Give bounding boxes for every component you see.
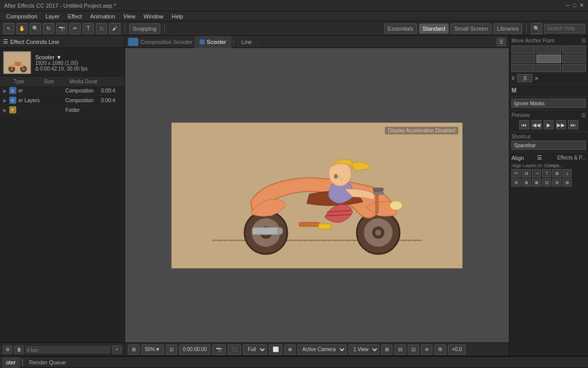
- exposure-btn[interactable]: +0.0: [448, 344, 465, 355]
- tool-paint[interactable]: 🖌: [109, 23, 120, 34]
- search-input[interactable]: [544, 24, 585, 33]
- tool-hand[interactable]: ✋: [16, 23, 28, 34]
- anchor-close-icon[interactable]: ✕: [534, 76, 538, 81]
- snapping-label[interactable]: Snapping: [129, 24, 160, 34]
- small-screen-btn[interactable]: Small Screen: [451, 24, 491, 34]
- tool-camera[interactable]: 📷: [56, 23, 67, 34]
- align-right-btn[interactable]: ⊣: [532, 169, 541, 177]
- new-comp-btn[interactable]: +: [112, 346, 121, 354]
- row3-expand[interactable]: ▶: [3, 107, 9, 113]
- project-row-3[interactable]: ▶ F Folder: [0, 105, 125, 115]
- mask-btn[interactable]: ⊡: [408, 344, 419, 355]
- menu-layer[interactable]: Layer: [41, 11, 64, 21]
- prev-back-btn[interactable]: ◀◀: [531, 120, 542, 129]
- main-toolbar: ↖ ✋ 🔍 ↻ 📷 ✏ T □ 🖌 Snapping Essentials St…: [0, 21, 588, 36]
- standard-btn[interactable]: Standard: [419, 24, 449, 34]
- delete-btn[interactable]: 🗑: [14, 346, 23, 354]
- menu-composition[interactable]: Composition: [2, 11, 41, 21]
- app-title: After Effects CC 2017 - Untitled Project…: [4, 3, 116, 9]
- project-row-1[interactable]: ▶ C er Composition 0:00:4: [0, 86, 125, 96]
- shortcut-input[interactable]: [511, 141, 586, 150]
- dist-hcenter-btn[interactable]: ⊞: [522, 178, 531, 187]
- anchor-point-title: Move Anchor Point: [511, 38, 554, 43]
- dist-left-btn[interactable]: ⊟: [511, 178, 521, 187]
- dist-bottom-btn[interactable]: ⊞: [562, 178, 572, 187]
- minimize-btn[interactable]: ─: [566, 2, 570, 9]
- tool-pen[interactable]: ✏: [69, 23, 81, 34]
- anchor-ml[interactable]: [511, 55, 535, 63]
- menu-window[interactable]: Window: [139, 11, 167, 21]
- prev-play-btn[interactable]: ▶: [544, 120, 554, 129]
- menu-help[interactable]: Help: [167, 11, 187, 21]
- effects-tab-label[interactable]: Effects & P...: [557, 155, 586, 160]
- prev-last-btn[interactable]: ⏭: [568, 120, 578, 129]
- render-btn[interactable]: ⊟: [395, 344, 406, 355]
- tab-line[interactable]: Line: [236, 36, 258, 48]
- anchor-grid[interactable]: [511, 45, 586, 72]
- project-row-2[interactable]: ▶ C er Layers Composition 0:00:4: [0, 96, 125, 105]
- m-label: M: [511, 87, 517, 94]
- prev-fwd-btn[interactable]: ▶▶: [556, 120, 566, 129]
- anchor-bc[interactable]: [536, 64, 560, 72]
- project-arrow[interactable]: ▼: [56, 54, 62, 60]
- zoom-select[interactable]: 50% ▼: [141, 344, 164, 355]
- snapshot-btn[interactable]: 📷: [212, 344, 226, 355]
- menu-view[interactable]: View: [119, 11, 140, 21]
- search-icon[interactable]: 🔍: [531, 23, 542, 34]
- libraries-btn[interactable]: Libraries: [494, 24, 522, 34]
- anchor-br[interactable]: [562, 64, 586, 72]
- tool-shape[interactable]: □: [96, 23, 107, 34]
- preview-menu-icon[interactable]: ☰: [581, 112, 586, 118]
- menu-animation[interactable]: Animation: [86, 11, 119, 21]
- quality-select[interactable]: Full: [243, 344, 267, 355]
- tool-select[interactable]: ↖: [3, 23, 14, 34]
- dist-top-btn[interactable]: ⊡: [542, 178, 551, 187]
- align-left-btn[interactable]: ⊢: [511, 169, 521, 177]
- anchor-menu-icon[interactable]: ☰: [581, 38, 586, 43]
- maximize-btn[interactable]: □: [573, 2, 576, 9]
- anchor-mc[interactable]: [536, 55, 560, 63]
- anchor-mr[interactable]: [562, 55, 586, 63]
- always-preview-btn[interactable]: ⊞: [128, 344, 139, 355]
- tab-scooter[interactable]: Scooter: [194, 36, 232, 48]
- interpret-btn[interactable]: ⚙: [3, 346, 12, 354]
- region-btn[interactable]: ⊕: [284, 344, 296, 355]
- tab-composition-timeline[interactable]: oter: [2, 357, 20, 368]
- comp-menu-btn[interactable]: ☰: [497, 38, 506, 46]
- prev-first-btn[interactable]: ⏮: [519, 120, 529, 129]
- comp-icon-2: C: [9, 97, 16, 104]
- timecode-display[interactable]: 0:00:00:00: [179, 344, 210, 355]
- anchor-bl[interactable]: [511, 64, 535, 72]
- tab-render-queue[interactable]: Render Queue: [25, 357, 70, 368]
- tool-text[interactable]: T: [83, 23, 94, 34]
- align-menu-icon[interactable]: ☰: [537, 154, 542, 161]
- transparency-btn[interactable]: ⬜: [269, 344, 282, 355]
- tab-sep: [22, 359, 23, 366]
- tool-zoom[interactable]: 🔍: [30, 23, 41, 34]
- menu-effect[interactable]: Effect: [64, 11, 86, 21]
- essentials-btn[interactable]: Essentials: [384, 24, 417, 34]
- dist-vcenter-btn[interactable]: ⊟: [552, 178, 561, 187]
- align-vcenter-btn[interactable]: ⊞: [552, 169, 561, 177]
- draft-btn[interactable]: ⚙: [434, 344, 446, 355]
- anchor-tl[interactable]: [511, 45, 535, 54]
- anchor-tc[interactable]: [536, 45, 560, 54]
- fit-btn[interactable]: ⊡: [166, 344, 177, 355]
- view-select[interactable]: 1 View: [349, 344, 379, 355]
- dist-right-btn[interactable]: ⊠: [532, 178, 541, 187]
- align-bottom-btn[interactable]: ⊥: [562, 169, 572, 177]
- tool-rotate[interactable]: ↻: [43, 23, 54, 34]
- anchor-x-input[interactable]: [517, 74, 532, 82]
- align-hcenter-btn[interactable]: ⊟: [522, 169, 531, 177]
- camera-select[interactable]: Active Camera: [298, 344, 347, 355]
- color-btn[interactable]: ⬛: [228, 344, 241, 355]
- align-top-btn[interactable]: ⊤: [542, 169, 551, 177]
- anchor-tr[interactable]: [562, 45, 586, 54]
- row1-expand[interactable]: ▶: [3, 88, 9, 94]
- ignore-masks-btn[interactable]: Ignore Masks: [511, 99, 586, 108]
- close-btn[interactable]: ✕: [579, 2, 584, 9]
- composition-canvas[interactable]: Display Acceleration Disabled: [172, 123, 462, 268]
- toggle-pixel-btn[interactable]: ⊞: [381, 344, 393, 355]
- row2-expand[interactable]: ▶: [3, 98, 9, 103]
- motion-blur-btn[interactable]: ≋: [421, 344, 432, 355]
